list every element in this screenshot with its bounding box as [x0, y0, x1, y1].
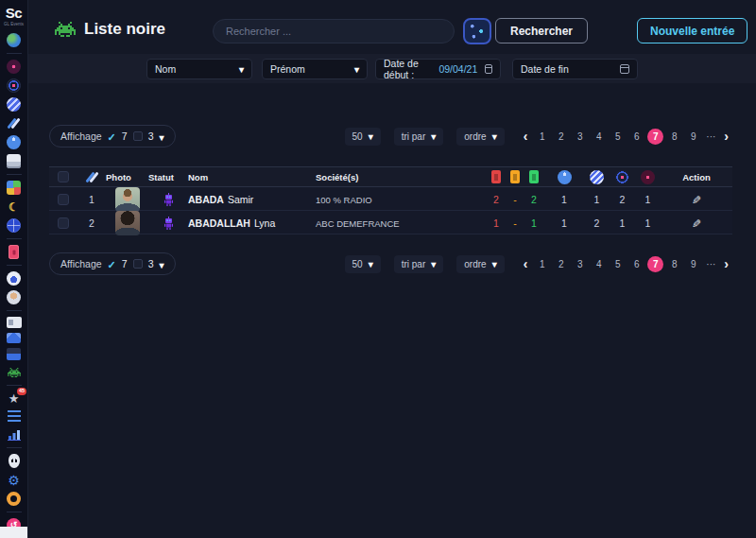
page-button[interactable]: 5	[610, 256, 626, 272]
page-button[interactable]: 6	[628, 129, 644, 145]
checkbox-unchecked[interactable]	[133, 131, 143, 141]
new-entry-button[interactable]: Nouvelle entrée	[637, 18, 747, 43]
alien-icon[interactable]	[9, 454, 20, 468]
table-row[interactable]: 1 ABADA Samir 100 % RADIO 2 - 2 1 1 2	[49, 187, 732, 211]
filter-nom-select[interactable]: Nom	[146, 59, 252, 79]
table-row[interactable]: 2 ABADALLAH Lyna ABC DEMEFRANCE 1 - 1 1 …	[49, 211, 732, 234]
filter-date-end[interactable]: Date de fin	[512, 59, 638, 79]
display-filter[interactable]: Affichage 7 3	[49, 252, 176, 275]
page-button[interactable]: 5	[610, 129, 626, 145]
blue-ball-icon	[558, 170, 572, 184]
page-button[interactable]: 2	[553, 129, 569, 145]
page-size-select[interactable]: 50	[345, 255, 381, 273]
page-button[interactable]: 3	[572, 129, 588, 145]
page-button[interactable]: 8	[666, 129, 682, 145]
order-select[interactable]: ordre	[456, 255, 504, 273]
checkbox-checked-icon[interactable]	[108, 255, 116, 272]
page-button[interactable]: 7	[647, 256, 663, 272]
green-card-count: 2	[524, 194, 544, 205]
earth-icon[interactable]	[7, 33, 21, 47]
row-checkbox[interactable]	[58, 217, 69, 229]
desk-icon[interactable]	[7, 348, 21, 360]
count-cell: 1	[544, 217, 584, 229]
list-icon[interactable]	[8, 410, 21, 423]
col-societes: Société(s)	[316, 172, 486, 182]
display-filter[interactable]: Affichage 7 3	[49, 125, 176, 148]
page-button[interactable]: 7	[647, 129, 663, 145]
col-nom[interactable]: Nom	[188, 172, 316, 182]
first-name: Samir	[228, 194, 253, 205]
next-page-icon[interactable]	[720, 256, 732, 271]
next-page-icon[interactable]	[720, 129, 732, 144]
select-all-checkbox[interactable]	[58, 171, 69, 182]
pagination-ellipsis[interactable]: ···	[704, 259, 717, 269]
space-invader-title-icon	[55, 22, 76, 37]
striped-ball-icon	[590, 170, 604, 184]
checkbox-unchecked[interactable]	[133, 259, 143, 269]
target-icon[interactable]	[7, 78, 21, 93]
page-button[interactable]: 1	[534, 256, 550, 272]
order-select[interactable]: ordre	[456, 128, 504, 146]
sort-select[interactable]: tri par	[394, 255, 444, 273]
last-name: ABADA	[188, 194, 224, 205]
robot-icon[interactable]	[7, 154, 21, 168]
astronaut-icon[interactable]	[7, 290, 21, 304]
dice-button[interactable]	[463, 18, 491, 44]
status-cell	[148, 193, 188, 206]
row-checkbox[interactable]	[58, 194, 69, 205]
page-button[interactable]: 4	[591, 256, 607, 272]
globe-icon[interactable]	[7, 218, 21, 233]
page-button[interactable]: 9	[685, 256, 701, 272]
chevron-down-icon	[369, 131, 373, 142]
page-button[interactable]: 8	[666, 256, 682, 272]
robot-status-icon	[163, 193, 174, 206]
checkbox-checked-icon[interactable]	[108, 128, 116, 145]
filter-prenom-select[interactable]: Prénom	[262, 59, 368, 79]
chart-icon[interactable]	[7, 427, 21, 442]
page-button[interactable]: 6	[628, 256, 644, 272]
red-card-count: 1	[486, 217, 507, 229]
search-button[interactable]: Rechercher	[495, 18, 588, 43]
date-start-label: Date de début :	[384, 58, 432, 80]
chevron-down-icon	[492, 259, 497, 269]
pagination-pages: 123456789	[534, 256, 701, 272]
ball-icon[interactable]	[7, 135, 21, 149]
pagination-ellipsis[interactable]: ···	[704, 131, 717, 142]
edit-icon[interactable]	[692, 215, 701, 232]
star-notification-icon[interactable]: ★45	[7, 391, 21, 406]
app-logo[interactable]: Sc GL Events	[4, 5, 24, 26]
color-grid-icon[interactable]	[7, 181, 21, 195]
helmet-icon[interactable]	[7, 271, 21, 286]
count-cell: 2	[610, 194, 635, 205]
prev-page-icon[interactable]	[520, 129, 532, 144]
date-start-value: 09/04/21	[438, 63, 477, 75]
page-size-select[interactable]: 50	[345, 128, 381, 146]
avatar	[115, 211, 140, 235]
pagination: 123456789 ···	[520, 256, 732, 272]
beachball-icon[interactable]	[7, 97, 21, 112]
donut-icon[interactable]	[7, 492, 21, 506]
record-icon[interactable]	[7, 60, 21, 74]
page-button[interactable]: 3	[572, 256, 588, 272]
search-input[interactable]	[213, 19, 455, 43]
app-root: Sc GL Events ☾	[0, 0, 756, 538]
red-card-icon[interactable]	[9, 245, 19, 259]
page-button[interactable]: 4	[591, 129, 607, 145]
page-button[interactable]: 1	[534, 129, 550, 145]
prev-page-icon[interactable]	[520, 256, 532, 271]
percent-sticks-icon[interactable]	[7, 116, 21, 130]
page-button[interactable]: 9	[685, 129, 701, 145]
moon-icon[interactable]: ☾	[7, 200, 21, 214]
sort-select[interactable]: tri par	[394, 128, 444, 146]
gear-icon[interactable]: ⚙	[7, 473, 21, 487]
edit-icon[interactable]	[692, 191, 701, 208]
id-card-icon[interactable]	[7, 317, 22, 328]
sidebar-nav: ☾ ★45 ⚙ ↺	[7, 33, 22, 532]
page-button[interactable]: 2	[553, 256, 569, 272]
table-header: Photo Statut Nom Société(s) Action	[49, 166, 732, 187]
space-invader-icon[interactable]	[7, 365, 21, 379]
filter-date-start[interactable]: Date de début : 09/04/21	[375, 59, 501, 79]
chevron-down-icon	[431, 259, 436, 269]
percent-sticks-icon	[85, 170, 99, 184]
mail-icon[interactable]	[7, 333, 21, 343]
